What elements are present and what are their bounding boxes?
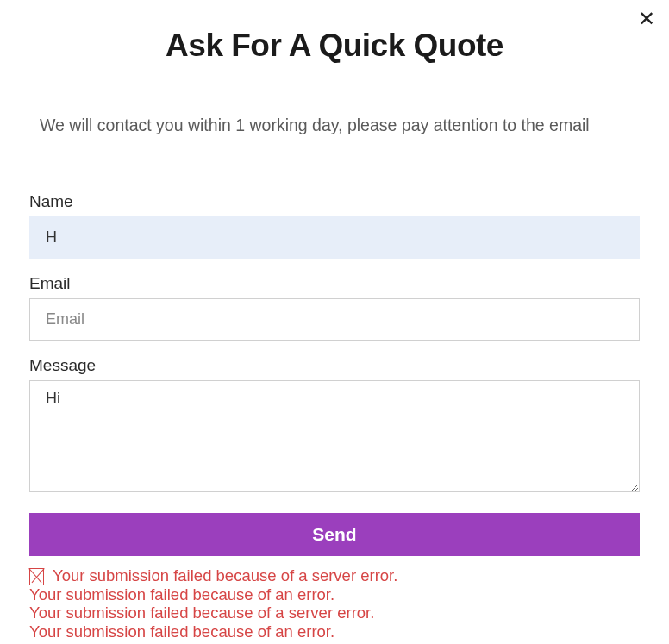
name-input[interactable] [29,216,640,259]
quote-modal: Ask For A Quick Quote We will contact yo… [0,0,669,641]
form-group-email: Email [29,274,640,341]
error-line: Your submission failed because of a serv… [29,566,640,585]
form-group-name: Name [29,192,640,259]
error-line: Your submission failed because of a serv… [29,603,640,622]
modal-title: Ask For A Quick Quote [29,28,640,64]
email-label: Email [29,274,640,293]
message-textarea[interactable]: Hi [29,380,640,492]
error-icon [29,568,44,585]
message-label: Message [29,356,640,375]
close-icon: ✕ [638,7,655,30]
modal-subtitle: We will contact you within 1 working day… [40,116,640,135]
email-input[interactable] [29,298,640,341]
error-line: Your submission failed because of an err… [29,622,640,641]
error-text: Your submission failed because of a serv… [53,566,397,585]
error-line: Your submission failed because of an err… [29,585,640,603]
send-button[interactable]: Send [29,513,640,556]
name-label: Name [29,192,640,211]
close-button[interactable]: ✕ [633,7,660,31]
error-messages: Your submission failed because of a serv… [29,566,640,641]
form-group-message: Message Hi [29,356,640,496]
